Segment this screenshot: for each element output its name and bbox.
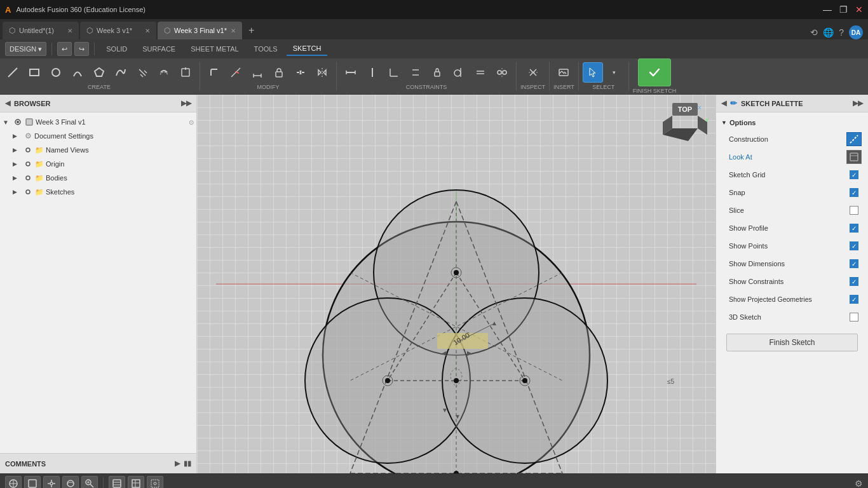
visibility-icon-namedviews[interactable] — [23, 145, 33, 155]
tree-arrow-namedviews[interactable]: ▶ — [13, 147, 22, 153]
canvas-area[interactable]: 10.00 ▼ ▼ ◀ ▶ ≤5 TOP X Y — [197, 95, 715, 473]
show-projected-checkbox[interactable] — [850, 295, 858, 304]
slice-checkbox[interactable] — [850, 206, 858, 215]
maximize-button[interactable]: ❐ — [839, 4, 848, 15]
new-tab-button[interactable]: + — [243, 22, 259, 39]
lock-constraint[interactable] — [427, 62, 447, 83]
snap-control[interactable] — [845, 186, 863, 199]
parallel-constraint[interactable] — [405, 62, 426, 83]
view-cube[interactable]: TOP X Y — [660, 100, 710, 151]
minimize-button[interactable]: — — [823, 4, 832, 15]
perpendicular-constraint[interactable] — [384, 62, 404, 83]
tab-week3v1[interactable]: ⬡ Week 3 v1* ✕ — [80, 22, 156, 39]
lookat-control[interactable] — [845, 151, 863, 163]
tab-week3final[interactable]: ⬡ Week 3 Final v1* ✕ — [158, 22, 242, 39]
finish-sketch-toolbar-btn[interactable] — [638, 58, 671, 86]
display-mode-btn[interactable] — [109, 476, 125, 489]
circle-tool[interactable] — [46, 62, 66, 83]
trim-modify-tool[interactable] — [226, 62, 246, 83]
slice-control[interactable] — [845, 204, 863, 217]
sketch-grid-checkbox[interactable] — [850, 170, 858, 179]
show-points-checkbox[interactable] — [850, 241, 858, 250]
equal-constraint[interactable] — [470, 62, 491, 83]
select-filter[interactable]: ▾ — [604, 62, 625, 83]
show-projected-control[interactable] — [845, 293, 863, 306]
tree-arrow-sketches[interactable]: ▶ — [13, 189, 22, 195]
look-at-btn[interactable] — [846, 150, 862, 164]
tree-item-namedviews[interactable]: ▶ 📁 Named Views — [0, 143, 196, 157]
visibility-icon-root[interactable] — [13, 117, 23, 127]
tab-sketch[interactable]: SKETCH — [287, 42, 328, 56]
navigate-btn[interactable] — [5, 476, 22, 489]
select-tool[interactable] — [583, 62, 603, 83]
grid-display-btn[interactable] — [128, 476, 144, 489]
fillet-tool[interactable] — [204, 62, 224, 83]
tree-item-origin[interactable]: ▶ 📁 Origin — [0, 157, 196, 171]
spline-tool[interactable] — [111, 62, 131, 83]
construction-control[interactable] — [845, 133, 863, 146]
tree-arrow-origin[interactable]: ▶ — [13, 161, 22, 167]
show-profile-control[interactable] — [845, 222, 863, 234]
tab-sheet-metal[interactable]: SHEET METAL — [184, 42, 245, 56]
insert-image-btn[interactable] — [553, 62, 574, 83]
project-tool[interactable] — [175, 62, 196, 83]
visibility-icon-bodies[interactable] — [23, 173, 33, 183]
finish-sketch-panel-btn[interactable]: Finish Sketch — [726, 334, 858, 351]
horizontal-constraint[interactable] — [341, 62, 361, 83]
inspect-tool[interactable] — [523, 62, 543, 83]
tree-arrow-bodies[interactable]: ▶ — [13, 175, 22, 181]
construction-btn[interactable] — [846, 132, 862, 146]
3d-sketch-checkbox[interactable] — [850, 313, 858, 322]
settings-btn[interactable]: ⚙ — [855, 478, 863, 489]
online-icon[interactable]: 🌐 — [823, 27, 834, 37]
tab-solid[interactable]: SOLID — [100, 42, 133, 56]
tree-item-root[interactable]: ▼ Week 3 Final v1 ⊙ — [0, 115, 196, 129]
symmetric-constraint[interactable] — [492, 62, 512, 83]
tree-item-sketches[interactable]: ▶ 📁 Sketches — [0, 185, 196, 199]
show-constraints-checkbox[interactable] — [850, 277, 858, 286]
tab-surface[interactable]: SURFACE — [136, 42, 182, 56]
comments-expand-btn[interactable]: ▶ — [175, 459, 180, 468]
arc-tool[interactable] — [67, 62, 88, 83]
palette-expand-btn[interactable]: ▶▶ — [853, 99, 863, 107]
snap-display-btn[interactable] — [147, 476, 163, 489]
close-button[interactable]: ✕ — [855, 4, 863, 15]
polygon-tool[interactable] — [89, 62, 109, 83]
visibility-icon-sketches[interactable] — [23, 187, 33, 197]
snap-checkbox[interactable] — [850, 188, 858, 197]
trim-tool[interactable] — [132, 62, 153, 83]
comments-panel-btn[interactable]: ▮▮ — [184, 459, 191, 468]
line-tool[interactable] — [3, 62, 23, 83]
tab-untitled[interactable]: ⬡ Untitled*(1) ✕ — [3, 22, 79, 39]
browser-collapse-icon[interactable]: ◀ — [5, 99, 10, 107]
show-constraints-control[interactable] — [845, 275, 863, 288]
pan-btn[interactable] — [43, 476, 60, 489]
tree-item-docsettings[interactable]: ▶ ⚙ Document Settings — [0, 129, 196, 143]
sketch-grid-control[interactable] — [845, 168, 863, 181]
dimension-tool[interactable] — [247, 62, 268, 83]
tab-close-untitled[interactable]: ✕ — [67, 27, 72, 34]
tree-item-bodies[interactable]: ▶ 📁 Bodies — [0, 171, 196, 185]
tab-close-week3v1[interactable]: ✕ — [145, 27, 150, 34]
lock-tool[interactable] — [269, 62, 289, 83]
orbit-btn[interactable] — [62, 476, 79, 489]
tree-arrow-root[interactable]: ▼ — [3, 119, 11, 126]
tangent-constraint[interactable] — [449, 62, 469, 83]
tab-tools[interactable]: TOOLS — [248, 42, 284, 56]
tree-arrow-docsettings[interactable]: ▶ — [13, 133, 22, 139]
offset-tool[interactable] — [154, 62, 174, 83]
show-dimensions-control[interactable] — [845, 257, 863, 270]
redo-button[interactable]: ↪ — [74, 42, 89, 56]
browser-expand-icon[interactable]: ▶▶ — [181, 99, 191, 107]
3d-sketch-control[interactable] — [845, 311, 863, 323]
show-profile-checkbox[interactable] — [850, 224, 858, 233]
tree-action-root[interactable]: ⊙ — [189, 119, 194, 126]
visibility-icon-origin[interactable] — [23, 159, 33, 169]
undo-button[interactable]: ↩ — [57, 42, 72, 56]
help-icon[interactable]: ? — [839, 27, 844, 37]
rectangle-tool[interactable] — [24, 62, 44, 83]
zoom-btn[interactable] — [81, 476, 98, 489]
design-dropdown[interactable]: DESIGN ▾ — [5, 42, 46, 56]
lookat-label[interactable]: Look At — [729, 153, 752, 161]
show-dimensions-checkbox[interactable] — [850, 259, 858, 268]
